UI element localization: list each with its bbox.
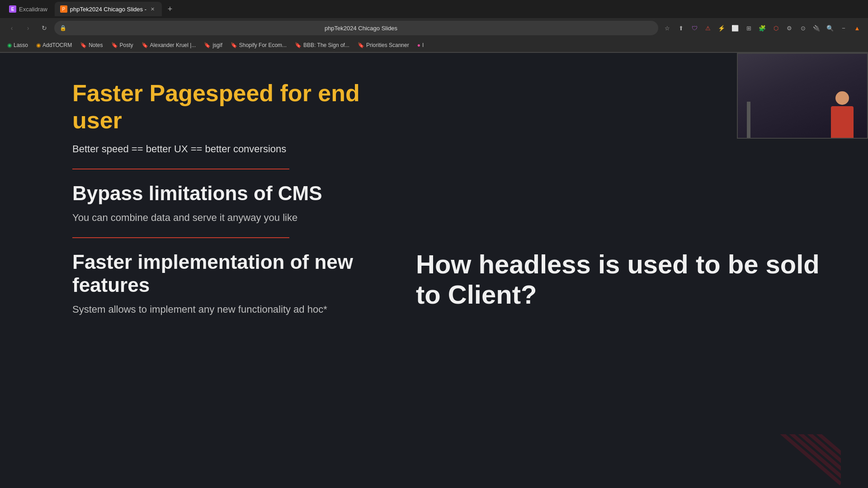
- alexander-icon: 🔖: [142, 42, 148, 48]
- nav-bar: ‹ › ↻ 🔒 phpTek2024 Chicago Slides ☆ ⬆ 🛡 …: [0, 18, 868, 38]
- bookmarks-bar: ◉ Lasso ◉ AddTOCRM 🔖 Notes 🔖 Posty 🔖 Ale…: [0, 38, 868, 52]
- deco-lines-bottom: [750, 434, 841, 488]
- tab-bar: E Excalidraw P phpTek2024 Chicago Slides…: [0, 0, 868, 18]
- slide-layout: Faster Pagespeed for end user Better spe…: [72, 80, 832, 461]
- shopify-icon: 🔖: [231, 42, 237, 48]
- square-icon[interactable]: ⬜: [730, 23, 741, 33]
- webcam-feed: [738, 54, 867, 138]
- slide-section-2-text: System allows to implement any new funct…: [72, 304, 389, 315]
- bookmark-shopify[interactable]: 🔖 Shopify For Ecom...: [227, 41, 290, 50]
- share-icon[interactable]: ⬆: [675, 23, 686, 33]
- bookmark-posty[interactable]: 🔖 Posty: [108, 41, 137, 50]
- browser-nav-icons: ☆ ⬆ 🛡 ⚠ ⚡ ⬜ ⊞ 🧩 ⬡ ⚙ ⊙ 🔌 🔍 − ▲: [662, 23, 863, 33]
- phptek-favicon: P: [60, 5, 67, 13]
- posty-icon: 🔖: [111, 42, 118, 48]
- presenter-body: [831, 106, 854, 138]
- forward-icon: ›: [27, 24, 29, 32]
- bookmark-jsgif[interactable]: 🔖 jsgif: [200, 41, 226, 50]
- presenter-head: [835, 91, 849, 105]
- profile-icon[interactable]: ▲: [852, 23, 863, 33]
- address-text: phpTek2024 Chicago Slides: [69, 25, 653, 32]
- bookmark-priorities[interactable]: 🔖 Priorities Scanner: [354, 41, 413, 50]
- presenter-silhouette: [831, 91, 854, 138]
- slide-section-1-text: You can combine data and serve it anyway…: [72, 212, 389, 224]
- back-button[interactable]: ‹: [5, 22, 18, 34]
- slide-right-title: How headless is used to be sold to Clien…: [416, 249, 832, 310]
- bookmark-lasso[interactable]: ◉ Lasso: [4, 41, 32, 50]
- excalidraw-favicon: E: [9, 5, 16, 13]
- addtocrm-icon: ◉: [36, 42, 41, 48]
- deco-bottom-right: [750, 434, 841, 488]
- jsgif-icon: 🔖: [204, 42, 211, 48]
- slide-subtitle: Better speed == better UX == better conv…: [72, 143, 389, 155]
- refresh-button[interactable]: ↻: [38, 22, 51, 34]
- red-divider-2: [72, 237, 289, 238]
- extra-icon: ●: [417, 42, 420, 48]
- bookmark-alexander[interactable]: 🔖 Alexander Kruel |...: [138, 41, 200, 50]
- slide-section-2-title: Faster implementation of new features: [72, 251, 389, 296]
- warning-icon[interactable]: ⚠: [703, 23, 713, 33]
- minimize-icon[interactable]: −: [838, 23, 849, 33]
- shield-icon[interactable]: 🛡: [689, 23, 700, 33]
- puzzle-icon[interactable]: 🧩: [757, 23, 768, 33]
- new-tab-button[interactable]: +: [164, 3, 176, 15]
- tab-phptek-label: phpTek2024 Chicago Slides -: [70, 6, 146, 13]
- bookmark-notes[interactable]: 🔖 Notes: [76, 41, 106, 50]
- extensions-icon[interactable]: 🔌: [811, 23, 822, 33]
- tripod: [747, 102, 750, 138]
- main-area: Faster Pagespeed for end user Better spe…: [0, 53, 868, 488]
- hex-icon[interactable]: ⬡: [770, 23, 781, 33]
- lock-icon: 🔒: [60, 25, 66, 31]
- tab-close-button[interactable]: ✕: [149, 5, 156, 13]
- bbb-icon: 🔖: [295, 42, 302, 48]
- back-icon: ‹: [11, 24, 13, 32]
- webcam-overlay: [737, 53, 868, 139]
- grid-icon[interactable]: ⊞: [743, 23, 754, 33]
- circle-icon[interactable]: ⊙: [797, 23, 808, 33]
- forward-button[interactable]: ›: [22, 22, 34, 34]
- refresh-icon: ↻: [42, 24, 47, 32]
- lasso-icon: ◉: [7, 42, 12, 48]
- tab-phptek[interactable]: P phpTek2024 Chicago Slides - ✕: [55, 2, 162, 16]
- address-bar[interactable]: 🔒 phpTek2024 Chicago Slides: [54, 21, 658, 35]
- notes-icon: 🔖: [80, 42, 87, 48]
- priorities-icon: 🔖: [358, 42, 364, 48]
- slide-left-column: Faster Pagespeed for end user Better spe…: [72, 80, 389, 461]
- search-icon[interactable]: 🔍: [825, 23, 835, 33]
- bookmark-bbb[interactable]: 🔖 BBB: The Sign of...: [291, 41, 353, 50]
- tab-excalidraw[interactable]: E Excalidraw: [4, 2, 53, 16]
- settings-icon[interactable]: ⚙: [784, 23, 795, 33]
- bookmark-addtocrm[interactable]: ◉ AddTOCRM: [33, 41, 75, 50]
- lightning-icon[interactable]: ⚡: [716, 23, 727, 33]
- bookmark-extra[interactable]: ● I: [414, 41, 428, 50]
- browser-chrome: E Excalidraw P phpTek2024 Chicago Slides…: [0, 0, 868, 53]
- bookmark-star-icon[interactable]: ☆: [662, 23, 673, 33]
- slide-section-1-title: Bypass limitations of CMS: [72, 182, 389, 205]
- tab-excalidraw-label: Excalidraw: [19, 6, 47, 13]
- slide-main-title: Faster Pagespeed for end user: [72, 80, 389, 134]
- red-divider-1: [72, 169, 289, 169]
